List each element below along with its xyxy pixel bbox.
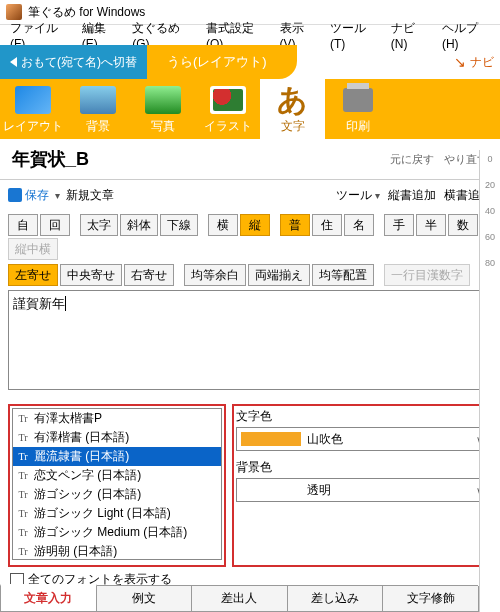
mode-front-button[interactable]: おもて(宛て名)へ切替 xyxy=(0,45,147,79)
text-icon: あ xyxy=(273,84,313,116)
save-dropdown[interactable]: ▾ xyxy=(55,190,60,201)
document-title: 年賀状_B xyxy=(12,147,390,171)
bg-color-select[interactable]: 透明 ∨ xyxy=(236,478,488,502)
ribbon-text[interactable]: あ文字 xyxy=(260,79,325,139)
style-btn-16[interactable]: 数 xyxy=(448,214,478,236)
ribbon: レイアウト 背景 写真 イラスト あ文字 印刷 xyxy=(0,79,500,139)
align-btn-8[interactable]: 一行目漢数字 xyxy=(384,264,470,286)
truetype-icon: Tr xyxy=(16,546,30,557)
print-icon xyxy=(343,88,373,112)
style-btn-8[interactable]: 縦 xyxy=(240,214,270,236)
style-btn-14[interactable]: 手 xyxy=(384,214,414,236)
vertical-add-button[interactable]: 縦書追加 xyxy=(388,187,436,204)
nav-button[interactable]: ↘ ナビ xyxy=(454,45,500,79)
style-btn-10[interactable]: 普 xyxy=(280,214,310,236)
document-header: 年賀状_B 元に戻す やり直す xyxy=(0,139,500,180)
font-item[interactable]: Tr有澤楷書 (日本語) xyxy=(13,428,221,447)
style-row-1: 自回太字斜体下線横縦普住名手半数縦中横 xyxy=(8,214,492,260)
save-button[interactable]: 保存 xyxy=(8,187,49,204)
ribbon-illust[interactable]: イラスト xyxy=(195,79,260,139)
bg-color-label: 背景色 xyxy=(236,459,488,476)
undo-button[interactable]: 元に戻す xyxy=(390,152,434,167)
text-toolbar: 保存 ▾ 新規文章 ツール ▾ 縦書追加 横書追加 xyxy=(0,180,500,210)
align-btn-5[interactable]: 両端揃え xyxy=(248,264,310,286)
side-ruler: 020406080 xyxy=(479,150,500,612)
truetype-icon: Tr xyxy=(16,489,30,500)
style-btn-4[interactable]: 斜体 xyxy=(120,214,158,236)
bg-color-swatch xyxy=(241,483,301,497)
menu-bar: ファイル(F) 編集(E) 文ぐるめ(G) 書式設定(O) 表示(V) ツール(… xyxy=(0,25,500,45)
style-btn-1[interactable]: 回 xyxy=(40,214,70,236)
save-icon xyxy=(8,188,22,202)
style-btn-11[interactable]: 住 xyxy=(312,214,342,236)
bottom-tabs: 文章入力 例文 差出人 差し込み 文字修飾 xyxy=(0,585,478,612)
font-item[interactable]: Tr游ゴシック Medium (日本語) xyxy=(13,523,221,542)
font-item[interactable]: Tr游ゴシック (日本語) xyxy=(13,485,221,504)
ribbon-background[interactable]: 背景 xyxy=(65,79,130,139)
menu-navi[interactable]: ナビ(N) xyxy=(385,18,434,53)
truetype-icon: Tr xyxy=(16,451,30,462)
illust-icon xyxy=(210,86,246,114)
tab-merge[interactable]: 差し込み xyxy=(287,586,384,612)
truetype-icon: Tr xyxy=(16,413,30,424)
tool-dropdown[interactable]: ツール ▾ xyxy=(336,187,380,204)
tab-sender[interactable]: 差出人 xyxy=(191,586,288,612)
font-item[interactable]: Tr有澤太楷書P xyxy=(13,409,221,428)
text-color-label: 文字色 xyxy=(236,408,488,425)
edit-panel: 自回太字斜体下線横縦普住名手半数縦中横 左寄せ中央寄せ右寄せ均等余白両端揃え均等… xyxy=(0,210,500,394)
lower-panel: Tr有澤太楷書PTr有澤楷書 (日本語)Tr麗流隷書 (日本語)Tr恋文ペン字 … xyxy=(0,404,500,567)
mode-back-button[interactable]: うら(レイアウト) xyxy=(147,45,297,79)
truetype-icon: Tr xyxy=(16,470,30,481)
truetype-icon: Tr xyxy=(16,432,30,443)
text-color-swatch xyxy=(241,432,301,446)
font-item[interactable]: Tr游ゴシック Light (日本語) xyxy=(13,504,221,523)
align-btn-4[interactable]: 均等余白 xyxy=(184,264,246,286)
tab-samples[interactable]: 例文 xyxy=(96,586,193,612)
color-panel-highlight: 文字色 山吹色 ∨ 背景色 透明 ∨ xyxy=(232,404,492,567)
font-list[interactable]: Tr有澤太楷書PTr有澤楷書 (日本語)Tr麗流隷書 (日本語)Tr恋文ペン字 … xyxy=(12,408,222,560)
new-text-button[interactable]: 新規文章 xyxy=(66,187,114,204)
nav-arrow-icon: ↘ xyxy=(454,54,466,70)
tab-decoration[interactable]: 文字修飾 xyxy=(382,586,479,612)
align-btn-2[interactable]: 右寄せ xyxy=(124,264,174,286)
font-item[interactable]: Tr麗流隷書 (日本語) xyxy=(13,447,221,466)
ribbon-layout[interactable]: レイアウト xyxy=(0,79,65,139)
style-row-2: 左寄せ中央寄せ右寄せ均等余白両端揃え均等配置一行目漢数字 xyxy=(8,264,492,286)
font-list-highlight: Tr有澤太楷書PTr有澤楷書 (日本語)Tr麗流隷書 (日本語)Tr恋文ペン字 … xyxy=(8,404,226,567)
text-caret xyxy=(65,296,66,311)
text-color-select[interactable]: 山吹色 ∨ xyxy=(236,427,488,451)
background-icon xyxy=(80,86,116,114)
align-btn-1[interactable]: 中央寄せ xyxy=(60,264,122,286)
font-item[interactable]: Tr恋文ペン字 (日本語) xyxy=(13,466,221,485)
font-item[interactable]: Tr游明朝 (日本語) xyxy=(13,542,221,560)
style-btn-5[interactable]: 下線 xyxy=(160,214,198,236)
truetype-icon: Tr xyxy=(16,508,30,519)
style-btn-7[interactable]: 横 xyxy=(208,214,238,236)
text-input-area[interactable]: 謹賀新年 xyxy=(8,290,492,390)
ribbon-print[interactable]: 印刷 xyxy=(325,79,390,139)
ribbon-photo[interactable]: 写真 xyxy=(130,79,195,139)
menu-tool[interactable]: ツール(T) xyxy=(324,18,383,53)
photo-icon xyxy=(145,86,181,114)
align-btn-6[interactable]: 均等配置 xyxy=(312,264,374,286)
style-btn-18[interactable]: 縦中横 xyxy=(8,238,58,260)
tab-text-input[interactable]: 文章入力 xyxy=(0,584,97,612)
style-btn-0[interactable]: 自 xyxy=(8,214,38,236)
align-btn-0[interactable]: 左寄せ xyxy=(8,264,58,286)
style-btn-3[interactable]: 太字 xyxy=(80,214,118,236)
style-btn-15[interactable]: 半 xyxy=(416,214,446,236)
truetype-icon: Tr xyxy=(16,527,30,538)
triangle-left-icon xyxy=(10,57,17,67)
layout-icon xyxy=(15,86,51,114)
style-btn-12[interactable]: 名 xyxy=(344,214,374,236)
